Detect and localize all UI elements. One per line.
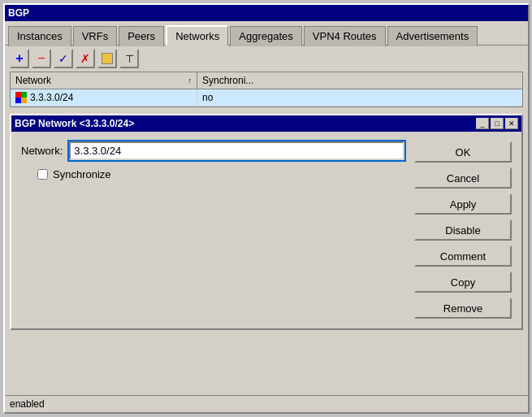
network-field-row: Network:: [21, 141, 404, 160]
synchronize-checkbox[interactable]: [37, 169, 48, 180]
cross-button[interactable]: ✗: [76, 49, 95, 68]
dialog-overlay: BGP Network <3.3.3.0/24> _ □ ✕ Network: …: [10, 114, 523, 330]
status-text: enabled: [10, 398, 45, 410]
cell-synchronize: no: [197, 89, 522, 106]
synchronize-row: Synchronize: [21, 168, 404, 180]
add-button[interactable]: +: [10, 49, 29, 68]
remove-button[interactable]: −: [32, 49, 51, 68]
dialog-title: BGP Network <3.3.3.0/24>: [15, 118, 134, 129]
tab-advertisements[interactable]: Advertisements: [387, 26, 478, 46]
dialog-minimize-button[interactable]: _: [476, 118, 489, 129]
remove-dialog-button[interactable]: Remove: [414, 298, 512, 319]
dialog-close-button[interactable]: ✕: [505, 118, 518, 129]
tab-instances[interactable]: Instances: [8, 26, 71, 46]
tab-networks[interactable]: Networks: [166, 25, 228, 46]
comment-button[interactable]: Comment: [414, 245, 512, 267]
main-window: BGP Instances VRFs Peers Networks Aggreg…: [3, 3, 530, 414]
dialog-title-controls: _ □ ✕: [476, 118, 518, 129]
dialog-left: Network: Synchronize: [21, 141, 404, 319]
disable-button[interactable]: Disable: [414, 219, 512, 241]
network-table: Network ↑ Synchroni... 3.3.3.0/24 no: [10, 72, 523, 107]
dialog-buttons: OK Cancel Apply Disable Comment: [414, 141, 512, 319]
network-input[interactable]: [69, 141, 404, 160]
dialog-restore-button[interactable]: □: [491, 118, 504, 129]
toolbar: + − ✓ ✗ ⊤: [5, 46, 528, 72]
status-bar: enabled: [5, 395, 528, 412]
tab-vpn4routes[interactable]: VPN4 Routes: [304, 26, 386, 46]
column-synchronize: Synchroni...: [197, 72, 522, 89]
copy-button[interactable]: Copy: [414, 271, 512, 293]
column-network: Network ↑: [11, 72, 197, 89]
check-button[interactable]: ✓: [54, 49, 73, 68]
ok-button[interactable]: OK: [414, 141, 512, 163]
tabs-container: Instances VRFs Peers Networks Aggregates…: [5, 21, 528, 46]
tab-vrfs[interactable]: VRFs: [73, 26, 118, 46]
bgp-network-dialog: BGP Network <3.3.3.0/24> _ □ ✕ Network: …: [10, 114, 523, 330]
square-button[interactable]: [97, 49, 117, 68]
table-row[interactable]: 3.3.3.0/24 no: [11, 89, 522, 106]
network-icon: [15, 92, 27, 103]
synchronize-label: Synchronize: [53, 168, 111, 180]
apply-button[interactable]: Apply: [414, 193, 512, 215]
title-bar: BGP: [5, 5, 528, 21]
table-header: Network ↑ Synchroni...: [11, 72, 522, 89]
window-title: BGP: [8, 7, 29, 19]
sort-arrow: ↑: [188, 76, 192, 85]
cell-network: 3.3.3.0/24: [11, 89, 197, 106]
network-label: Network:: [21, 145, 63, 157]
filter-button[interactable]: ⊤: [119, 49, 139, 68]
tab-aggregates[interactable]: Aggregates: [230, 26, 302, 46]
cancel-button[interactable]: Cancel: [414, 167, 512, 189]
dialog-title-bar: BGP Network <3.3.3.0/24> _ □ ✕: [11, 115, 521, 132]
dialog-content: Network: Synchronize OK Cancel: [11, 132, 521, 328]
tab-peers[interactable]: Peers: [119, 26, 164, 46]
